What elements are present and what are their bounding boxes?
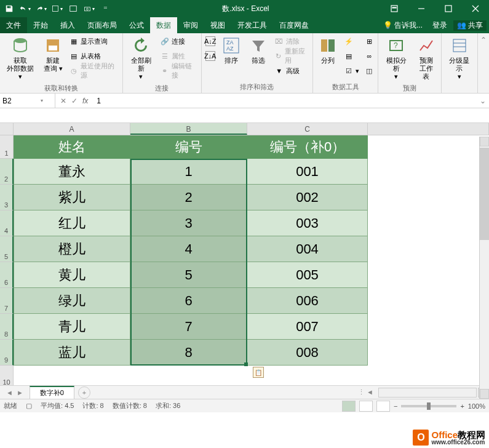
qat-btn-4[interactable]: ▾ [52, 3, 63, 14]
tab-review[interactable]: 审阅 [177, 17, 204, 33]
tab-view[interactable]: 视图 [204, 17, 231, 33]
col-header-B[interactable]: B [130, 123, 247, 135]
ribbon-options-icon[interactable] [381, 0, 408, 17]
cell-pad[interactable]: 001 [247, 159, 368, 185]
cancel-icon[interactable]: ✕ [60, 97, 66, 105]
maximize-icon[interactable] [435, 0, 462, 17]
cell-num[interactable]: 1 [130, 159, 247, 185]
zoom-level[interactable]: 100% [468, 402, 485, 410]
tab-formulas[interactable]: 公式 [123, 17, 150, 33]
row-header-3[interactable]: 3 [0, 185, 14, 210]
cell-name[interactable]: 青儿 [14, 314, 130, 340]
row-header-9[interactable]: 9 [0, 340, 14, 366]
cell-pad[interactable]: 007 [247, 314, 368, 340]
advanced-filter-button[interactable]: ▼高级 [273, 64, 311, 78]
header-cell-name[interactable]: 姓名 [14, 135, 130, 159]
text-to-columns-button[interactable]: 分列 [316, 34, 340, 66]
filter-button[interactable]: 筛选 [246, 34, 271, 66]
sort-button[interactable]: ZAAZ 排序 [219, 34, 244, 66]
cell-pad[interactable]: 005 [247, 262, 368, 288]
data-model-button[interactable]: ◫ [363, 64, 375, 78]
cell-pad[interactable]: 004 [247, 236, 368, 262]
row-header-2[interactable]: 2 [0, 159, 14, 185]
row-header-4[interactable]: 4 [0, 210, 14, 236]
col-header-rest[interactable] [368, 123, 489, 135]
from-table-button[interactable]: ▤从表格 [68, 49, 120, 63]
scroll-down-icon[interactable] [480, 389, 489, 399]
close-icon[interactable] [462, 0, 489, 17]
tab-home[interactable]: 开始 [27, 17, 54, 33]
cell-pad[interactable]: 003 [247, 210, 368, 236]
cell-num[interactable]: 6 [130, 288, 247, 314]
tab-page-layout[interactable]: 页面布局 [81, 17, 123, 33]
refresh-all-button[interactable]: 全部刷新▾ [125, 34, 156, 82]
outline-button[interactable]: 分级显示▾ [444, 34, 475, 82]
vertical-scrollbar[interactable] [479, 137, 489, 399]
cell-num[interactable]: 7 [130, 314, 247, 340]
cell-name[interactable]: 紫儿 [14, 185, 130, 210]
view-layout-button[interactable] [359, 401, 373, 412]
tell-me[interactable]: 💡告诉我... [380, 20, 426, 31]
cell-num[interactable]: 4 [130, 236, 247, 262]
properties-button[interactable]: ☰属性 [159, 49, 198, 63]
zoom-out-icon[interactable]: − [394, 402, 397, 410]
recent-sources-button[interactable]: ◷最近使用的源 [68, 64, 120, 78]
zoom-in-icon[interactable]: + [460, 402, 464, 410]
view-normal-button[interactable] [342, 401, 356, 412]
enter-icon[interactable]: ✓ [71, 97, 78, 105]
minimize-icon[interactable] [408, 0, 435, 17]
row-header-6[interactable]: 6 [0, 262, 14, 288]
add-sheet-button[interactable]: + [78, 386, 90, 399]
cell-num[interactable]: 8 [130, 340, 247, 366]
cell-num[interactable]: 3 [130, 210, 247, 236]
col-header-A[interactable]: A [14, 123, 130, 135]
tab-insert[interactable]: 插入 [54, 17, 81, 33]
forecast-sheet-button[interactable]: 预测工作表 [414, 34, 439, 82]
formula-input[interactable] [93, 94, 477, 108]
name-box[interactable]: ▾ [0, 94, 55, 108]
sort-asc-button[interactable]: A↓Z [204, 34, 217, 48]
row-header-5[interactable]: 5 [0, 236, 14, 262]
edit-links-button[interactable]: ⚭编辑链接 [159, 64, 198, 78]
zoom-slider[interactable] [401, 405, 456, 407]
signin-button[interactable]: 登录 [429, 20, 451, 31]
fx-icon[interactable]: fx [82, 97, 88, 105]
qat-customize-icon[interactable]: ⁼ [100, 3, 111, 14]
qat-btn-5[interactable] [68, 3, 79, 14]
cell-name[interactable]: 绿儿 [14, 288, 130, 314]
get-external-data-button[interactable]: 获取外部数据 ▾ [2, 34, 38, 82]
data-validation-button[interactable]: ☑▾ [343, 64, 360, 78]
cell-num[interactable]: 5 [130, 262, 247, 288]
header-cell-num[interactable]: 编号 [130, 135, 247, 159]
consolidate-button[interactable]: ⊞ [363, 34, 375, 48]
what-if-button[interactable]: ? 模拟分析▾ [381, 34, 411, 82]
header-cell-pad[interactable]: 编号（补0） [247, 135, 368, 159]
cell-name[interactable]: 红儿 [14, 210, 130, 236]
cell-name[interactable]: 橙儿 [14, 236, 130, 262]
collapse-ribbon-icon[interactable]: ⌃ [480, 36, 487, 44]
tab-baidu[interactable]: 百度网盘 [273, 17, 315, 33]
h-scroll-track[interactable] [378, 388, 477, 398]
macro-record-icon[interactable]: ▢ [26, 402, 32, 410]
expand-formula-icon[interactable]: ⌄ [477, 97, 489, 105]
redo-icon[interactable]: ▾ [36, 3, 47, 14]
cell-name[interactable]: 黄儿 [14, 262, 130, 288]
cell-pad[interactable]: 006 [247, 288, 368, 314]
sort-desc-button[interactable]: Z↓A [204, 49, 217, 63]
connections-button[interactable]: 🔗连接 [159, 34, 198, 48]
cell-pad[interactable]: 002 [247, 185, 368, 210]
tab-developer[interactable]: 开发工具 [231, 17, 273, 33]
cell-name[interactable]: 蓝儿 [14, 340, 130, 366]
smart-tag-icon[interactable]: 📋 [253, 367, 264, 378]
camera-icon[interactable]: ▾ [84, 3, 95, 14]
col-header-C[interactable]: C [247, 123, 368, 135]
cell-name[interactable]: 董永 [14, 159, 130, 185]
new-query-button[interactable]: 新建查询 ▾ [41, 34, 65, 74]
sheet-nav-prev-icon[interactable]: ◄ [6, 389, 13, 396]
reapply-button[interactable]: ↻重新应用 [273, 49, 311, 63]
select-all-corner[interactable] [0, 123, 14, 135]
cell-num[interactable]: 2 [130, 185, 247, 210]
remove-dup-button[interactable]: ▤ [343, 49, 360, 63]
row-header-10[interactable]: 10 [0, 366, 14, 385]
sheet-nav-next-icon[interactable]: ► [17, 389, 23, 396]
